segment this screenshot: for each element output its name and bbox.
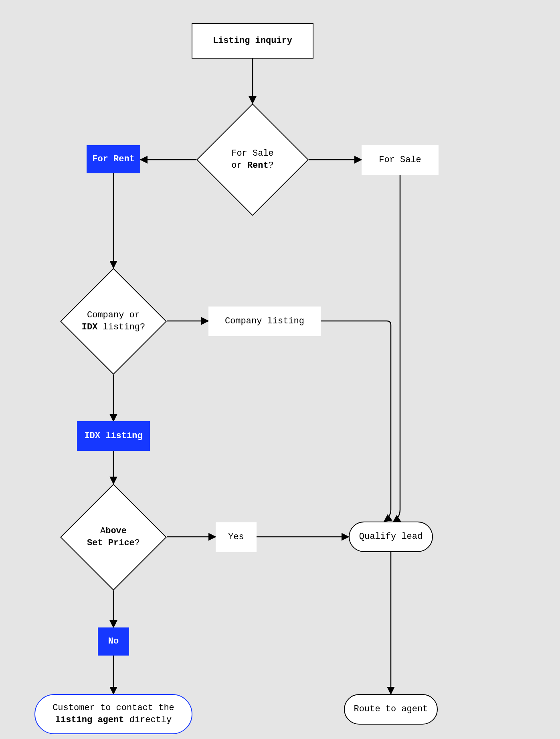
branch-for-rent: For Rent — [87, 145, 140, 173]
decision-above-set-price-label: Above Set Price? — [87, 525, 140, 549]
node-route-to-agent: Route to agent — [344, 694, 438, 725]
branch-yes: Yes — [216, 522, 257, 552]
branch-company-listing-label: Company listing — [225, 315, 304, 327]
branch-for-sale-label: For Sale — [379, 154, 421, 166]
node-route-to-agent-label: Route to agent — [354, 703, 428, 715]
branch-idx-listing: IDX listing — [77, 421, 150, 451]
decision-company-or-idx: Company or IDX listing? — [60, 268, 167, 375]
decision-company-or-idx-label: Company or IDX listing? — [82, 309, 145, 333]
node-contact-listing-agent: Customer to contact the listing agent di… — [34, 694, 192, 734]
node-start: Listing inquiry — [192, 23, 313, 59]
branch-no-label: No — [108, 635, 119, 648]
flowchart-canvas: Listing inquiry For Sale or Rent? For Re… — [0, 0, 560, 739]
node-start-label: Listing inquiry — [213, 35, 292, 47]
node-qualify-lead: Qualify lead — [349, 522, 433, 552]
decision-above-set-price: Above Set Price? — [60, 484, 167, 591]
node-contact-listing-agent-label: Customer to contact the listing agent di… — [53, 702, 174, 726]
node-qualify-lead-label: Qualify lead — [359, 531, 423, 543]
branch-for-sale: For Sale — [362, 145, 439, 175]
branch-no: No — [98, 627, 129, 656]
branch-idx-listing-label: IDX listing — [84, 430, 142, 442]
decision-sale-or-rent: For Sale or Rent? — [196, 104, 309, 216]
branch-for-rent-label: For Rent — [92, 153, 135, 165]
branch-company-listing: Company listing — [208, 307, 321, 336]
branch-yes-label: Yes — [228, 531, 244, 543]
decision-sale-or-rent-label: For Sale or Rent? — [231, 148, 274, 171]
